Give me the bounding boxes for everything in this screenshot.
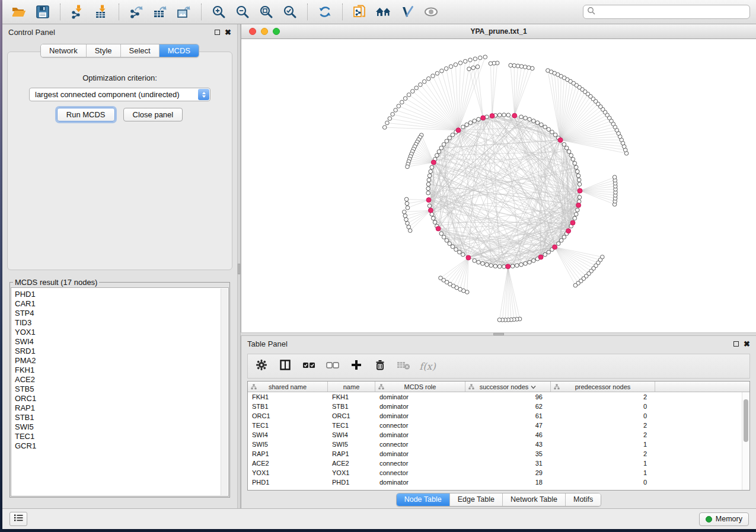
mcds-result-item[interactable]: FKH1	[15, 366, 228, 375]
unselect-all-button[interactable]	[324, 357, 342, 375]
table-cell[interactable]: 61	[465, 412, 551, 419]
table-cell[interactable]: 0	[551, 412, 655, 419]
tab-motifs[interactable]: Motifs	[566, 493, 601, 506]
add-column-button[interactable]	[347, 357, 365, 375]
table-cell[interactable]: connector	[375, 422, 465, 429]
export-image-button[interactable]	[173, 2, 194, 21]
refresh-button[interactable]	[314, 2, 336, 21]
table-settings-button[interactable]	[253, 357, 270, 375]
mcds-result-item[interactable]: PMA2	[15, 356, 228, 366]
table-cell[interactable]: connector	[375, 441, 465, 448]
memory-button[interactable]: Memory	[699, 512, 749, 526]
table-cell[interactable]: dominator	[375, 393, 465, 400]
table-scrollbar[interactable]	[742, 392, 749, 490]
table-cell[interactable]: 43	[465, 441, 551, 448]
mcds-result-item[interactable]: ACE2	[15, 375, 228, 384]
show-hide-graphics-button[interactable]	[420, 2, 442, 21]
mcds-list-scrollbar[interactable]	[221, 289, 228, 495]
mcds-result-item[interactable]: GCR1	[15, 441, 228, 451]
mcds-result-item[interactable]: ORC1	[15, 394, 228, 403]
table-row[interactable]: STB1STB1dominator620	[248, 402, 749, 411]
run-mcds-button[interactable]: Run MCDS	[57, 108, 115, 121]
table-cell[interactable]: 2	[551, 450, 655, 457]
save-session-button[interactable]	[32, 2, 53, 21]
mcds-result-item[interactable]: STB1	[15, 413, 228, 422]
table-cell[interactable]: PHD1	[328, 479, 375, 486]
mcds-result-item[interactable]: SWI4	[15, 337, 228, 347]
table-row[interactable]: PHD1PHD1dominator180	[248, 477, 749, 487]
horizontal-splitter[interactable]	[241, 332, 756, 336]
criterion-dropdown[interactable]: largest connected component (undirected)	[29, 88, 210, 101]
table-cell[interactable]: STB1	[328, 403, 375, 410]
table-cell[interactable]: TEC1	[328, 422, 375, 429]
table-cell[interactable]: 35	[465, 450, 551, 457]
table-row[interactable]: ACE2ACE2connector311	[248, 459, 749, 468]
function-builder-button[interactable]: f(x)	[419, 357, 436, 375]
float-panel-icon[interactable]	[215, 30, 220, 35]
sort-desc-icon[interactable]	[531, 383, 536, 390]
table-cell[interactable]: ACE2	[328, 460, 375, 467]
mcds-result-item[interactable]: CAR1	[15, 299, 228, 309]
float-panel-icon[interactable]	[733, 341, 739, 347]
table-cell[interactable]: SWI4	[248, 431, 328, 438]
mcds-result-item[interactable]: SRD1	[15, 347, 228, 356]
table-cell[interactable]: 2	[551, 431, 655, 438]
select-all-button[interactable]	[300, 357, 318, 375]
table-cell[interactable]: 1	[551, 469, 655, 476]
table-row[interactable]: ORC1ORC1dominator610	[248, 411, 749, 421]
search-input[interactable]	[599, 8, 746, 16]
tab-edge-table[interactable]: Edge Table	[450, 493, 503, 506]
mcds-result-item[interactable]: SWI5	[15, 422, 228, 432]
table-cell[interactable]: TEC1	[248, 422, 328, 429]
table-cell[interactable]: 1	[551, 460, 655, 467]
table-cell[interactable]: 96	[465, 393, 551, 400]
table-cell[interactable]: YOX1	[248, 469, 328, 476]
column-header-successor-nodes[interactable]: successor nodes	[465, 382, 551, 392]
close-panel-icon[interactable]: ✖	[225, 28, 231, 36]
tab-style[interactable]: Style	[87, 44, 121, 57]
table-cell[interactable]: dominator	[375, 450, 465, 457]
column-header-predecessor-nodes[interactable]: predecessor nodes	[551, 382, 655, 392]
table-cell[interactable]: connector	[375, 469, 465, 476]
table-cell[interactable]: 2	[551, 393, 655, 400]
column-header-MCDS-role[interactable]: MCDS role	[375, 382, 465, 392]
table-body[interactable]: FKH1FKH1dominator962STB1STB1dominator620…	[248, 392, 749, 487]
table-cell[interactable]: YOX1	[328, 469, 375, 476]
table-cell[interactable]: 1	[551, 441, 655, 448]
mcds-result-list[interactable]: PHD1CAR1STP4TID3YOX1SWI4SRD1PMA2FKH1ACE2…	[11, 287, 229, 496]
validate-button[interactable]	[397, 2, 418, 21]
show-columns-button[interactable]	[276, 357, 294, 375]
table-cell[interactable]: SWI4	[328, 431, 375, 438]
table-cell[interactable]: SWI5	[248, 441, 328, 448]
mcds-result-item[interactable]: RAP1	[15, 403, 228, 413]
table-cell[interactable]: dominator	[375, 412, 465, 419]
mcds-result-item[interactable]: STP4	[15, 309, 228, 318]
scrollbar-thumb[interactable]	[744, 399, 748, 442]
tab-network-table[interactable]: Network Table	[503, 493, 566, 506]
table-row[interactable]: YOX1YOX1connector291	[248, 468, 749, 477]
table-cell[interactable]: connector	[375, 460, 465, 467]
table-row[interactable]: RAP1RAP1dominator352	[248, 449, 749, 459]
table-cell[interactable]: dominator	[375, 479, 465, 486]
table-cell[interactable]: 29	[465, 469, 551, 476]
search-field[interactable]	[583, 5, 750, 19]
table-cell[interactable]: FKH1	[328, 393, 375, 400]
splitter-grip[interactable]	[493, 333, 504, 335]
task-history-button[interactable]	[9, 512, 27, 526]
table-cell[interactable]: RAP1	[248, 450, 328, 457]
browse-networks-button[interactable]	[373, 2, 394, 21]
splitter-grip[interactable]	[238, 264, 240, 274]
table-cell[interactable]: PHD1	[248, 479, 328, 486]
mcds-result-item[interactable]: TEC1	[15, 432, 228, 441]
network-canvas[interactable]	[241, 39, 756, 332]
table-cell[interactable]: ACE2	[248, 460, 328, 467]
table-cell[interactable]: STB1	[248, 403, 328, 410]
mcds-result-item[interactable]: TID3	[15, 318, 228, 328]
table-cell[interactable]: RAP1	[328, 450, 375, 457]
table-cell[interactable]: 47	[465, 422, 551, 429]
table-cell[interactable]: 18	[465, 479, 551, 486]
export-table-button[interactable]	[149, 2, 171, 21]
vertical-splitter[interactable]	[237, 24, 241, 508]
zoom-fit-button[interactable]	[256, 2, 277, 21]
export-network-button[interactable]	[126, 2, 147, 21]
